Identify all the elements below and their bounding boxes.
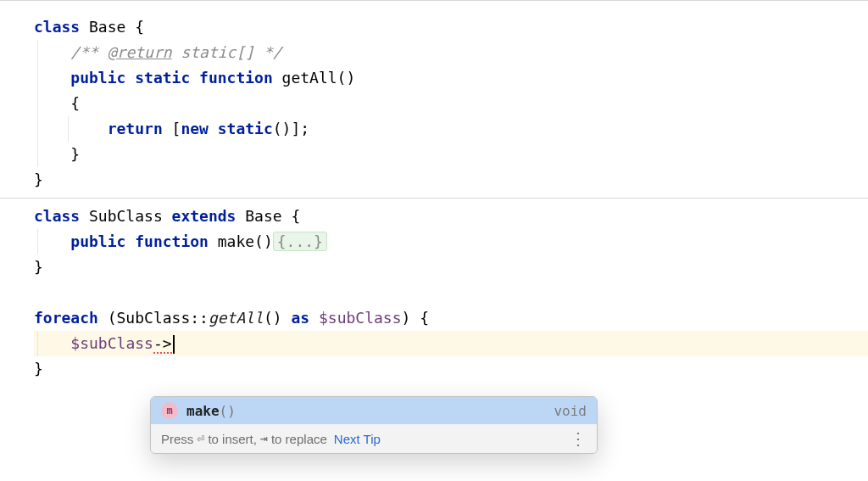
completion-item[interactable]: m make() void bbox=[151, 397, 597, 424]
modifiers: public static function bbox=[34, 69, 273, 87]
brace-open: { bbox=[34, 94, 80, 112]
variable: $subClass bbox=[70, 334, 153, 352]
hint-text: to insert, bbox=[208, 432, 257, 446]
brace: { bbox=[291, 207, 300, 225]
code-fold[interactable]: {...} bbox=[273, 232, 327, 251]
code-editor[interactable]: class Base { /** @return static[] */ pub… bbox=[0, 0, 868, 481]
code-line[interactable]: public static function getAll() bbox=[34, 65, 868, 91]
blank-line[interactable] bbox=[34, 280, 868, 305]
brace-close: } bbox=[34, 145, 80, 163]
method-badge-icon: m bbox=[161, 402, 178, 419]
keyword-new-static: new static bbox=[181, 120, 272, 137]
code-line[interactable]: } bbox=[34, 254, 868, 280]
code-line[interactable]: public function make(){...} bbox=[34, 229, 868, 254]
modifiers: public function bbox=[34, 232, 209, 250]
enter-key-icon: ⏎ bbox=[197, 431, 204, 446]
keyword-return: return bbox=[34, 120, 163, 137]
code-block[interactable]: class Base { /** @return static[] */ pub… bbox=[0, 1, 868, 382]
base-class: Base bbox=[236, 207, 291, 225]
code-line[interactable]: } bbox=[34, 167, 868, 193]
code-line[interactable]: class SubClass extends Base { bbox=[34, 204, 868, 229]
next-tip-link[interactable]: Next Tip bbox=[334, 432, 381, 446]
completion-popup: m make() void Press ⏎ to insert, ⇥ to re… bbox=[150, 396, 598, 454]
return-type: void bbox=[554, 403, 587, 419]
code-line[interactable]: class Base { bbox=[34, 14, 868, 40]
arrow-operator: -> bbox=[153, 334, 172, 354]
code-line[interactable]: return [new static()]; bbox=[34, 116, 868, 142]
code-line[interactable]: foreach (SubClass::getAll() as $subClass… bbox=[34, 305, 868, 331]
brace-close: } bbox=[34, 171, 43, 188]
class-name: SubClass bbox=[80, 207, 171, 225]
keyword-foreach: foreach bbox=[34, 309, 98, 327]
completion-hint: Press ⏎ to insert, ⇥ to replace Next Tip… bbox=[151, 424, 597, 453]
hint-text: Press bbox=[161, 432, 193, 446]
brace-close: } bbox=[34, 258, 43, 276]
method-call: getAll bbox=[209, 309, 264, 327]
keyword-extends: extends bbox=[172, 207, 236, 225]
text-caret bbox=[173, 335, 175, 354]
keyword-as: as bbox=[291, 309, 309, 327]
brace-close: } bbox=[34, 360, 43, 378]
method-name: getAll() bbox=[273, 69, 356, 87]
code-line[interactable]: { bbox=[34, 91, 868, 116]
completion-method-name: make bbox=[186, 403, 220, 419]
keyword-class: class bbox=[34, 207, 80, 225]
code-line[interactable]: } bbox=[34, 142, 868, 167]
code-line[interactable]: /** @return static[] */ bbox=[34, 40, 868, 65]
variable: $subClass bbox=[319, 309, 402, 327]
brace: { bbox=[135, 18, 144, 36]
hint-text: to replace bbox=[271, 432, 327, 446]
completion-method-parens: () bbox=[220, 403, 236, 419]
kebab-menu-icon[interactable]: ⋮ bbox=[570, 434, 587, 443]
keyword-class: class bbox=[34, 18, 80, 36]
tab-key-icon: ⇥ bbox=[260, 431, 268, 446]
class-name: Base bbox=[80, 18, 135, 36]
active-line[interactable]: $subClass-> bbox=[34, 331, 868, 356]
method-name: make() bbox=[209, 232, 273, 250]
code-line[interactable]: } bbox=[34, 356, 868, 382]
docblock: /** @return static[] */ bbox=[34, 43, 282, 61]
